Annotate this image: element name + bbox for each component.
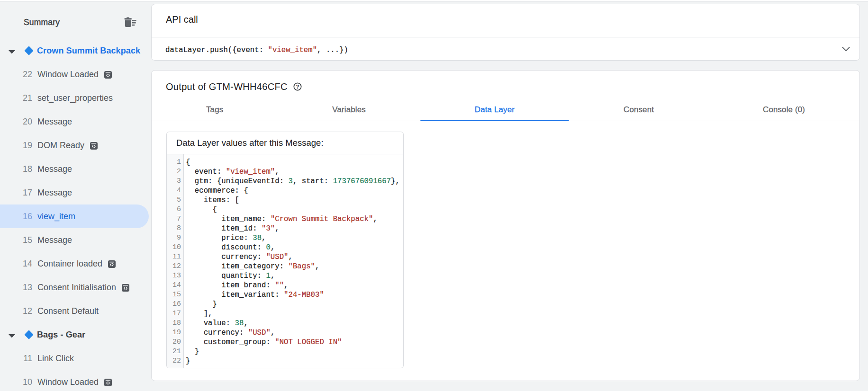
svg-text:?: ? xyxy=(296,84,299,89)
